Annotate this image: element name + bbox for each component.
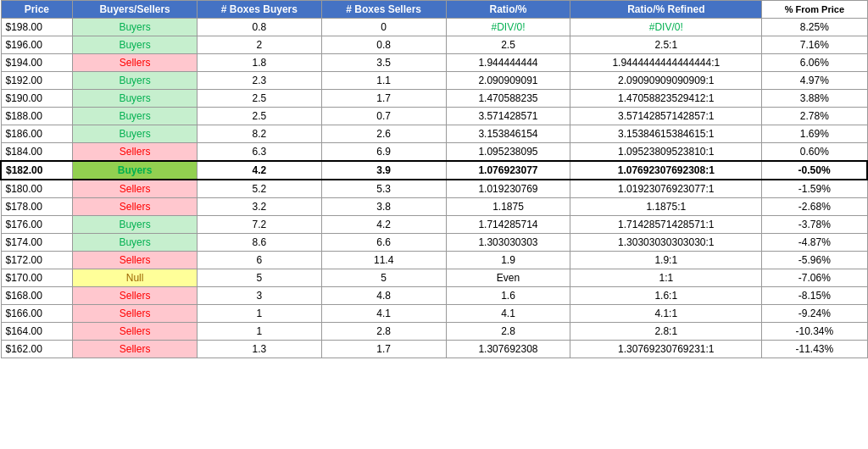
cell-boxes-buyers: 5	[197, 269, 321, 287]
cell-boxes-buyers: 6	[197, 252, 321, 269]
cell-ratio: 3.153846154	[446, 125, 570, 143]
cell-boxes-sellers: 1.7	[321, 341, 446, 358]
cell-buyers-sellers: Buyers	[73, 72, 198, 90]
cell-ratio-refined: 2.8:1	[570, 323, 762, 341]
cell-price: $170.00	[1, 269, 73, 287]
cell-boxes-sellers: 5	[321, 269, 446, 287]
cell-from-price: -9.24%	[762, 305, 867, 323]
cell-buyers-sellers: Buyers	[73, 234, 198, 252]
cell-ratio-refined: 3.57142857142857:1	[570, 108, 762, 125]
cell-boxes-sellers: 6.9	[321, 143, 446, 162]
cell-boxes-buyers: 5.2	[197, 180, 321, 198]
cell-ratio-refined: 1.01923076923077:1	[570, 180, 762, 198]
cell-from-price: -10.34%	[762, 323, 867, 341]
cell-ratio: 1.944444444	[446, 54, 570, 72]
cell-price: $186.00	[1, 125, 73, 143]
cell-boxes-sellers: 2.8	[321, 323, 446, 341]
cell-from-price: 4.97%	[762, 72, 867, 90]
cell-ratio: #DIV/0!	[446, 19, 570, 36]
main-container: Price Buyers/Sellers # Boxes Buyers # Bo…	[0, 0, 868, 358]
cell-from-price: -3.78%	[762, 216, 867, 234]
cell-boxes-buyers: 2.3	[197, 72, 321, 90]
cell-boxes-buyers: 3	[197, 287, 321, 305]
cell-boxes-sellers: 3.5	[321, 54, 446, 72]
cell-boxes-sellers: 6.6	[321, 234, 446, 252]
cell-boxes-buyers: 2.5	[197, 108, 321, 125]
header-buyers-sellers: Buyers/Sellers	[73, 1, 198, 19]
cell-ratio-refined: 1.9:1	[570, 252, 762, 269]
cell-price: $184.00	[1, 143, 73, 162]
header-price: Price	[1, 1, 73, 19]
cell-boxes-sellers: 1.1	[321, 72, 446, 90]
cell-ratio-refined: 2.09090909090909:1	[570, 72, 762, 90]
cell-ratio: 1.307692308	[446, 341, 570, 358]
cell-ratio-refined: 2.5:1	[570, 36, 762, 54]
cell-ratio-refined: 3.15384615384615:1	[570, 125, 762, 143]
cell-buyers-sellers: Sellers	[73, 143, 198, 162]
cell-from-price: 7.16%	[762, 36, 867, 54]
cell-from-price: -2.68%	[762, 198, 867, 216]
cell-ratio: 1.076923077	[446, 161, 570, 180]
cell-ratio: 3.571428571	[446, 108, 570, 125]
cell-ratio-refined: #DIV/0!	[570, 19, 762, 36]
cell-buyers-sellers: Buyers	[73, 36, 198, 54]
cell-from-price: -7.06%	[762, 269, 867, 287]
cell-price: $188.00	[1, 108, 73, 125]
cell-boxes-buyers: 0.8	[197, 19, 321, 36]
cell-buyers-sellers: Null	[73, 269, 198, 287]
cell-ratio: 1.714285714	[446, 216, 570, 234]
price-table: Price Buyers/Sellers # Boxes Buyers # Bo…	[0, 0, 868, 358]
cell-price: $168.00	[1, 287, 73, 305]
cell-boxes-buyers: 8.2	[197, 125, 321, 143]
cell-from-price: 1.69%	[762, 125, 867, 143]
cell-boxes-sellers: 11.4	[321, 252, 446, 269]
cell-ratio-refined: 4.1:1	[570, 305, 762, 323]
cell-boxes-buyers: 3.2	[197, 198, 321, 216]
cell-buyers-sellers: Buyers	[73, 125, 198, 143]
cell-ratio: 1.6	[446, 287, 570, 305]
cell-from-price: 0.60%	[762, 143, 867, 162]
cell-buyers-sellers: Sellers	[73, 323, 198, 341]
cell-from-price: -0.50%	[762, 161, 867, 180]
cell-ratio-refined: 1.30303030303030:1	[570, 234, 762, 252]
cell-ratio: 4.1	[446, 305, 570, 323]
cell-ratio-refined: 1.47058823529412:1	[570, 90, 762, 108]
cell-ratio-refined: 1.6:1	[570, 287, 762, 305]
cell-boxes-buyers: 1.8	[197, 54, 321, 72]
cell-buyers-sellers: Sellers	[73, 180, 198, 198]
cell-boxes-sellers: 2.6	[321, 125, 446, 143]
cell-boxes-buyers: 1.3	[197, 341, 321, 358]
cell-buyers-sellers: Buyers	[73, 90, 198, 108]
cell-boxes-sellers: 4.2	[321, 216, 446, 234]
cell-boxes-buyers: 2	[197, 36, 321, 54]
cell-boxes-sellers: 0.7	[321, 108, 446, 125]
header-ratio: Ratio/%	[446, 1, 570, 19]
cell-price: $162.00	[1, 341, 73, 358]
cell-price: $182.00	[1, 161, 73, 180]
cell-ratio-refined: 1.07692307692308:1	[570, 161, 762, 180]
cell-price: $180.00	[1, 180, 73, 198]
cell-ratio: 1.303030303	[446, 234, 570, 252]
cell-buyers-sellers: Buyers	[73, 216, 198, 234]
cell-buyers-sellers: Sellers	[73, 54, 198, 72]
cell-from-price: 6.06%	[762, 54, 867, 72]
cell-price: $174.00	[1, 234, 73, 252]
cell-boxes-sellers: 1.7	[321, 90, 446, 108]
cell-from-price: -11.43%	[762, 341, 867, 358]
cell-price: $172.00	[1, 252, 73, 269]
cell-buyers-sellers: Sellers	[73, 252, 198, 269]
cell-from-price: 8.25%	[762, 19, 867, 36]
cell-from-price: 3.88%	[762, 90, 867, 108]
cell-ratio-refined: 1:1	[570, 269, 762, 287]
cell-price: $196.00	[1, 36, 73, 54]
cell-ratio-refined: 1.71428571428571:1	[570, 216, 762, 234]
cell-ratio: 1.9	[446, 252, 570, 269]
cell-buyers-sellers: Buyers	[73, 19, 198, 36]
cell-ratio-refined: 1.1875:1	[570, 198, 762, 216]
cell-ratio: 1.095238095	[446, 143, 570, 162]
header-from-price: % From Price	[762, 1, 867, 19]
cell-price: $166.00	[1, 305, 73, 323]
cell-ratio: Even	[446, 269, 570, 287]
cell-price: $178.00	[1, 198, 73, 216]
cell-boxes-buyers: 2.5	[197, 90, 321, 108]
